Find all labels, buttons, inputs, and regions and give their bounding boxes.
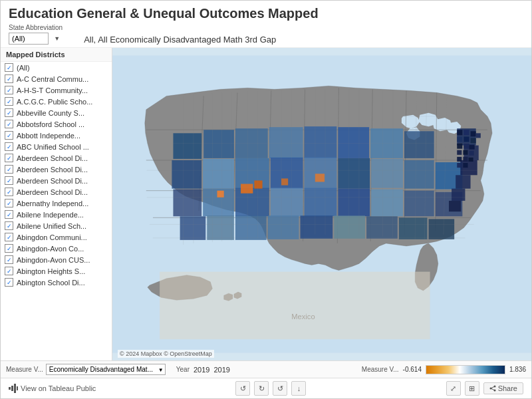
sidebar-header: Mapped Districts: [1, 48, 112, 62]
svg-rect-26: [338, 158, 370, 189]
state-select-arrow: ▼: [54, 35, 60, 42]
sidebar-item[interactable]: ✓Abingdon-Avon CUS...: [1, 254, 112, 265]
sidebar-item[interactable]: ✓A-C Central Commu...: [1, 73, 112, 84]
fullscreen-button[interactable]: ⤢: [446, 381, 461, 396]
reset-button[interactable]: ↺: [273, 381, 287, 396]
svg-rect-52: [281, 178, 288, 185]
measure-control: Measure V... Economically Disadvantaged …: [6, 364, 166, 375]
sidebar-item[interactable]: ✓ABC Unified School ...: [1, 141, 112, 152]
subtitle-text: All, All Economically Disadvantaged Math…: [84, 35, 276, 45]
svg-rect-65: [471, 138, 476, 143]
nav-controls: ↺ ↻ ↺ ↓: [235, 381, 306, 396]
sidebar-item[interactable]: ✓Aberdeen School Di...: [1, 186, 112, 198]
svg-rect-44: [334, 215, 365, 239]
svg-line-110: [491, 388, 495, 390]
svg-rect-69: [457, 150, 462, 155]
svg-rect-37: [404, 191, 434, 217]
sidebar-item-label: Abilene Independe...: [17, 211, 84, 219]
sidebar-item-label: A-H-S-T Community...: [17, 86, 88, 94]
sidebar-checkbox[interactable]: ✓: [5, 165, 13, 174]
state-label: State Abbreviation: [9, 24, 63, 31]
sidebar-item[interactable]: ✓Abbott Independe...: [1, 130, 112, 141]
svg-rect-33: [271, 188, 303, 217]
sidebar-checkbox[interactable]: ✓: [5, 97, 13, 106]
svg-rect-43: [300, 215, 332, 239]
sidebar-checkbox[interactable]: ✓: [5, 199, 13, 207]
svg-rect-68: [469, 145, 475, 150]
sidebar-item[interactable]: ✓A-H-S-T Community...: [1, 84, 112, 96]
svg-rect-30: [173, 190, 201, 217]
legend-area: Measure V... -0.614 1.836: [362, 365, 526, 374]
svg-rect-60: [464, 130, 469, 135]
svg-rect-102: [9, 387, 11, 390]
legend-label: Measure V...: [362, 366, 399, 373]
sidebar-item[interactable]: ✓Abington School Di...: [1, 277, 112, 288]
sidebar-checkbox[interactable]: ✓: [5, 221, 13, 230]
sidebar-item[interactable]: ✓Aberdeen School Di...: [1, 164, 112, 175]
sidebar-item[interactable]: ✓Abilene Independe...: [1, 209, 112, 220]
legend-gradient: [426, 365, 505, 374]
sidebar-item-label: A.C.G.C. Public Scho...: [17, 98, 92, 106]
sidebar-checkbox[interactable]: ✓: [5, 74, 13, 83]
sidebar-checkbox[interactable]: ✓: [5, 210, 13, 219]
svg-rect-74: [469, 158, 473, 162]
svg-rect-101: [160, 272, 430, 340]
sidebar-checkbox[interactable]: ✓: [5, 244, 13, 253]
sidebar-item[interactable]: ✓Aberdeen School Di...: [1, 175, 112, 186]
svg-rect-22: [203, 159, 234, 189]
sidebar-item[interactable]: ✓Abingdon-Avon Co...: [1, 243, 112, 254]
sidebar-item-label: Abbott Independe...: [17, 132, 80, 140]
measure-select[interactable]: Economically Disadvantaged Mat...: [46, 364, 166, 375]
download-button[interactable]: ↓: [291, 381, 306, 396]
sidebar-item-label: Aberdeen School Di...: [17, 166, 88, 174]
sidebar-checkbox[interactable]: ✓: [5, 188, 13, 196]
state-select[interactable]: (All): [9, 33, 49, 45]
undo-button[interactable]: ↺: [235, 381, 250, 396]
tableau-link[interactable]: View on Tableau Public: [9, 384, 96, 393]
sidebar-checkbox[interactable]: ✓: [5, 120, 13, 128]
sidebar-checkbox[interactable]: ✓: [5, 255, 13, 264]
year-label: Year: [176, 366, 190, 373]
sidebar-checkbox[interactable]: ✓: [5, 108, 13, 117]
sidebar-item[interactable]: ✓A.C.G.C. Public Scho...: [1, 96, 112, 107]
sidebar-checkbox[interactable]: ✓: [5, 142, 13, 151]
sidebar-item[interactable]: ✓Abbotsford School ...: [1, 118, 112, 130]
sidebar-item[interactable]: ✓(All): [1, 62, 112, 73]
redo-button[interactable]: ↻: [254, 381, 269, 396]
sidebar-checkbox[interactable]: ✓: [5, 278, 13, 287]
sidebar-item-label: (All): [17, 64, 30, 72]
svg-rect-76: [463, 163, 467, 168]
svg-rect-17: [305, 126, 337, 158]
svg-rect-13: [173, 133, 201, 159]
share-label: Share: [498, 384, 517, 392]
sidebar-checkbox[interactable]: ✓: [5, 233, 13, 241]
svg-rect-48: [241, 184, 253, 194]
measure-label: Measure V...: [6, 366, 43, 373]
svg-rect-49: [254, 180, 262, 188]
svg-rect-18: [338, 127, 369, 158]
sidebar-item[interactable]: ✓Abilene Unified Sch...: [1, 220, 112, 231]
svg-rect-20: [404, 131, 434, 158]
share-button[interactable]: Share: [483, 382, 523, 394]
svg-rect-58: [449, 201, 461, 211]
sidebar-checkbox[interactable]: ✓: [5, 154, 13, 162]
sidebar-item-label: A-C Central Commu...: [17, 75, 88, 83]
sidebar-checkbox[interactable]: ✓: [5, 63, 13, 72]
svg-rect-104: [14, 384, 16, 393]
svg-rect-21: [172, 160, 201, 189]
sidebar-item[interactable]: ✓Abingdon Communi...: [1, 231, 112, 243]
expand-button[interactable]: ⊞: [465, 381, 479, 396]
sidebar-item[interactable]: ✓Abbeville County S...: [1, 107, 112, 118]
sidebar-checkbox[interactable]: ✓: [5, 86, 13, 94]
svg-rect-16: [269, 127, 303, 158]
sidebar-item-label: Aberdeen School Di...: [17, 154, 88, 162]
svg-rect-39: [180, 216, 206, 240]
sidebar-item[interactable]: ✓Aberdeen School Di...: [1, 152, 112, 164]
sidebar-checkbox[interactable]: ✓: [5, 176, 13, 185]
share-icon: [489, 385, 496, 392]
sidebar-item[interactable]: ✓Abington Heights S...: [1, 265, 112, 277]
sidebar-item-label: Abbeville County S...: [17, 109, 84, 117]
sidebar-checkbox[interactable]: ✓: [5, 131, 13, 140]
sidebar-checkbox[interactable]: ✓: [5, 267, 13, 275]
sidebar-item[interactable]: ✓Abernathy Independ...: [1, 198, 112, 209]
